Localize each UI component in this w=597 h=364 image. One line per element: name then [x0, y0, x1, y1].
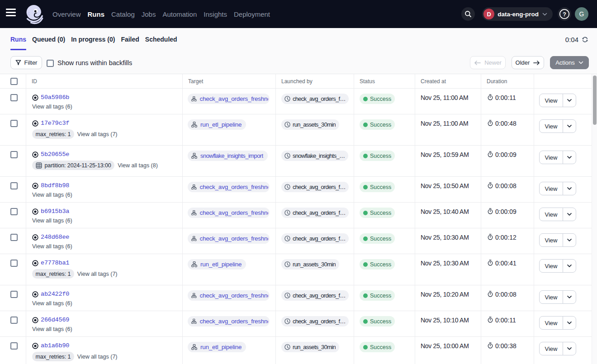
svg-text:?: ?	[563, 11, 566, 18]
